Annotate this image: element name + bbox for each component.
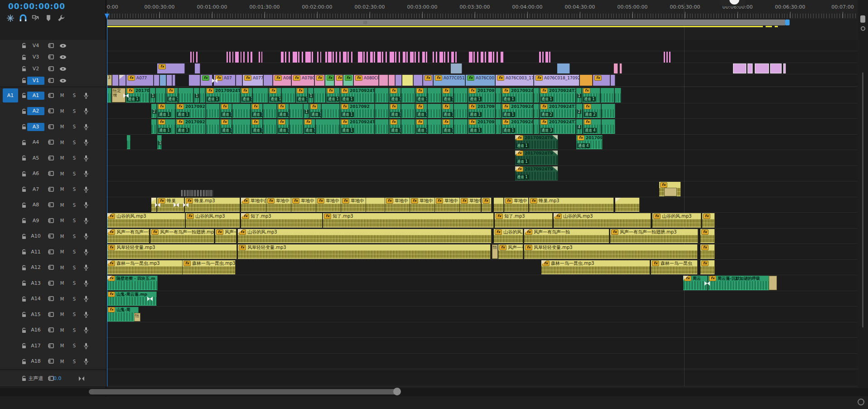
timeline-clip[interactable] [448, 52, 449, 63]
timeline-clip[interactable] [664, 188, 677, 196]
timeline-clip[interactable] [783, 63, 786, 73]
timeline-clip[interactable]: 1 [308, 88, 313, 102]
timeline-clip[interactable] [614, 63, 618, 73]
timeline-settings-icon[interactable] [57, 14, 65, 22]
timeline-clip[interactable]: fx森林一鸟一昆虫.mp3 [541, 260, 650, 274]
timeline-clip[interactable]: fx [702, 213, 715, 228]
timeline-clip[interactable] [406, 52, 408, 63]
timeline-clip[interactable] [251, 52, 252, 63]
timeline-clip[interactable]: fx通道 1 [269, 88, 281, 102]
fade-handle[interactable] [515, 166, 521, 171]
timeline-clip[interactable]: fx周云蓬-沉默如谜的呼吸 [708, 276, 777, 290]
mic-record-button[interactable] [82, 217, 90, 224]
timeline-clip[interactable]: 2 [151, 104, 157, 118]
timeline-clip[interactable] [336, 52, 337, 63]
timeline-clip[interactable] [428, 119, 441, 134]
timeline-clip[interactable] [206, 104, 220, 118]
timeline-clip[interactable]: fx山谷的风.m [494, 229, 523, 243]
timeline-clip[interactable] [154, 75, 159, 86]
timeline-clip[interactable]: fxA077C051_17 [434, 75, 465, 86]
mic-record-button[interactable] [82, 295, 90, 302]
timeline-clip[interactable] [439, 52, 443, 63]
timeline-clip[interactable]: fx20170924T27.WA通道 3 [540, 119, 576, 134]
timeline-clip[interactable]: fx通道 1 [304, 119, 315, 134]
solo-button[interactable]: S [71, 311, 78, 318]
fade-handle[interactable] [552, 151, 558, 155]
timeline-clip[interactable]: fx通道 1 [241, 88, 252, 102]
timeline-clip[interactable] [386, 52, 387, 63]
timeline-clip[interactable]: fxA076C00 [466, 75, 495, 86]
timeline-clip[interactable] [285, 52, 286, 63]
track-name-v2[interactable]: V2 [27, 65, 44, 73]
horizontal-scrollbar-handle[interactable] [89, 389, 397, 394]
timeline-clip[interactable] [305, 52, 311, 63]
timeline-clip[interactable] [366, 52, 368, 63]
timeline-clip[interactable] [485, 52, 486, 63]
timeline-clip[interactable] [363, 52, 365, 63]
timeline-track-lane-a7[interactable] [106, 181, 858, 197]
timeline-clip[interactable] [375, 88, 389, 102]
timeline-clip[interactable]: fx隔壁老樊 - 四块五.m [107, 276, 158, 290]
transition-bowtie-icon[interactable] [147, 297, 153, 301]
timeline-clip[interactable] [395, 52, 396, 63]
timeline-clip[interactable] [534, 119, 539, 134]
timeline-clip[interactable]: fx20170924T11.WAV通道 1 [502, 119, 533, 134]
timeline-track-lane-a17[interactable] [106, 338, 858, 354]
fade-handle[interactable] [107, 229, 112, 234]
track-name-a15[interactable]: A15 [27, 311, 44, 319]
timeline-clip[interactable]: fxA076C003_17092 [496, 75, 534, 86]
timeline-clip[interactable]: fx风声一有 [498, 244, 523, 259]
timeline-track-lane-master[interactable] [106, 370, 858, 386]
timeline-clip[interactable]: fx通道 1 [415, 119, 427, 134]
target-track-button[interactable] [47, 139, 55, 146]
mute-button[interactable]: M [58, 264, 66, 271]
timeline-clip[interactable] [312, 52, 313, 63]
mute-button[interactable]: M [58, 217, 66, 224]
timeline-clip[interactable] [433, 52, 434, 63]
mute-button[interactable]: M [58, 311, 66, 318]
timeline-clip[interactable]: fx森林一鸟一昆虫.mp3 [107, 260, 183, 274]
timeline-clip[interactable]: fx通道 1 [389, 104, 401, 118]
timeline-clip[interactable]: 恒 [134, 313, 140, 321]
solo-button[interactable]: S [71, 342, 78, 350]
timeline-clip[interactable]: fx草地中 [341, 198, 366, 212]
timeline-track-lane-a14[interactable] [106, 291, 858, 307]
timeline-clip[interactable]: fx风声一有鸟声一拍翅膀.mp3 [150, 229, 214, 243]
track-name-a8[interactable]: A8 [27, 201, 44, 209]
timeline-clip[interactable]: fx知了.mp3 [323, 213, 494, 228]
timeline-clip[interactable] [481, 52, 483, 63]
bottom-right-knob[interactable] [858, 399, 864, 405]
timeline-clip[interactable] [493, 52, 494, 63]
fade-handle[interactable] [241, 213, 246, 218]
timeline-clip[interactable] [193, 52, 194, 63]
target-track-button[interactable] [47, 170, 55, 177]
timeline-clip[interactable] [196, 52, 198, 63]
transition-bowtie-icon[interactable] [212, 78, 217, 83]
track-name-a6[interactable]: A6 [27, 170, 44, 178]
timeline-clip[interactable]: fx草地中 [266, 198, 291, 212]
timeline-clip[interactable] [403, 52, 405, 63]
transition-bowtie-icon[interactable] [704, 281, 710, 286]
target-track-button[interactable] [47, 92, 55, 99]
transition-bowtie-icon[interactable] [123, 93, 129, 98]
timeline-clip[interactable] [496, 119, 501, 134]
timeline-clip[interactable]: fx [700, 244, 715, 259]
mic-record-button[interactable] [82, 233, 90, 240]
timeline-clip[interactable] [195, 63, 200, 73]
track-name-master[interactable]: 主声道 [27, 375, 44, 383]
track-name-a10[interactable]: A10 [27, 232, 44, 240]
timeline-clip[interactable] [379, 75, 388, 86]
timeline-clip[interactable]: fx201709通道 4 [576, 135, 603, 149]
timeline-clip[interactable] [263, 119, 277, 134]
timeline-clip[interactable]: fx20170924T6通道 1 [340, 119, 375, 134]
timeline-clip[interactable]: fx20170924T27.WA通道 1 [540, 88, 576, 102]
timeline-clip[interactable]: fx通道 1 [220, 119, 232, 134]
timeline-clip[interactable] [401, 104, 415, 118]
zoom-scrollbar[interactable] [107, 19, 785, 25]
timeline-clip[interactable] [264, 75, 273, 86]
timeline-clip[interactable]: fx风草轻轻变量.mp3 [107, 244, 237, 259]
timeline-clip[interactable]: fxA080C [273, 75, 291, 86]
timeline-clip[interactable]: 4 [576, 119, 583, 134]
track-name-a3[interactable]: A3 [27, 123, 44, 131]
mic-record-button[interactable] [82, 280, 90, 287]
